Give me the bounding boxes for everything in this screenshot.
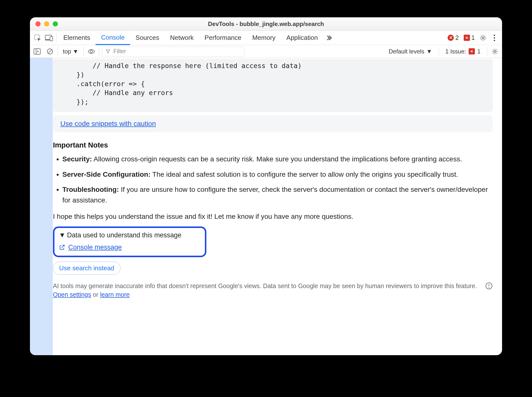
svg-point-4 xyxy=(482,37,484,39)
devtools-window: DevTools - bubble_jingle.web.app/search … xyxy=(30,17,502,355)
errors-indicator[interactable]: ✕ 2 xyxy=(448,34,459,41)
chevron-down-icon: ▼ xyxy=(73,48,78,55)
chevron-down-icon: ▼ xyxy=(426,48,432,55)
traffic-lights xyxy=(35,21,58,26)
svg-point-5 xyxy=(494,34,495,36)
caution-box: Use code snippets with caution xyxy=(53,115,493,132)
warning-icon[interactable] xyxy=(485,282,493,290)
settings-icon[interactable] xyxy=(477,32,489,44)
console-settings-icon[interactable] xyxy=(490,46,500,57)
data-used-disclosure: ▼ Data used to understand this message C… xyxy=(53,226,206,257)
tab-memory[interactable]: Memory xyxy=(247,31,281,45)
svg-point-6 xyxy=(494,37,495,39)
svg-point-16 xyxy=(488,287,489,288)
log-levels-selector[interactable]: Default levels ▼ xyxy=(385,48,436,55)
list-item: Server-Side Configuration: The ideal and… xyxy=(62,169,493,180)
open-settings-link[interactable]: Open settings xyxy=(53,291,91,298)
toolbar-issues-count: 1 xyxy=(477,48,481,55)
inspect-element-icon[interactable] xyxy=(32,32,43,44)
console-toolbar: top ▼ Filter Default levels ▼ 1 Issue: ✕… xyxy=(30,45,502,58)
tab-elements[interactable]: Elements xyxy=(58,31,96,45)
tab-application[interactable]: Application xyxy=(281,31,323,45)
minimize-window-button[interactable] xyxy=(44,21,49,26)
disclosure-summary-text: Data used to understand this message xyxy=(67,231,181,239)
svg-line-11 xyxy=(48,50,52,53)
tab-performance[interactable]: Performance xyxy=(199,31,247,45)
console-content: // Handle the response here (limited acc… xyxy=(30,58,502,355)
disclosure-summary[interactable]: ▼ Data used to understand this message xyxy=(59,231,200,239)
issue-flag-icon: ✕ xyxy=(464,35,470,41)
filter-icon xyxy=(105,49,110,54)
panel-tabs: Elements Console Sources Network Perform… xyxy=(30,31,502,45)
close-window-button[interactable] xyxy=(35,21,41,26)
notes-list: Security: Allowing cross-origin requests… xyxy=(53,154,493,206)
error-icon: ✕ xyxy=(448,35,454,41)
list-item: Troubleshooting: If you are unsure how t… xyxy=(62,184,493,206)
live-expression-icon[interactable] xyxy=(86,46,97,57)
clear-console-icon[interactable] xyxy=(45,46,55,57)
triangle-down-icon: ▼ xyxy=(59,231,66,239)
console-message-link[interactable]: Console message xyxy=(68,244,122,251)
window-title: DevTools - bubble_jingle.web.app/search xyxy=(30,21,502,27)
learn-more-link[interactable]: learn more xyxy=(100,291,130,298)
tab-network[interactable]: Network xyxy=(165,31,199,45)
toolbar-issues-label: 1 Issue: xyxy=(445,48,466,55)
issue-flag-icon: ✕ xyxy=(469,48,475,54)
device-toolbar-icon[interactable] xyxy=(43,32,55,44)
errors-count: 2 xyxy=(455,34,459,41)
filter-placeholder: Filter xyxy=(113,48,126,55)
kebab-menu-icon[interactable] xyxy=(489,32,500,44)
ai-disclaimer: AI tools may generate inaccurate info th… xyxy=(53,281,493,303)
more-tabs-icon[interactable] xyxy=(323,32,335,44)
issues-count: 1 xyxy=(471,34,475,41)
list-item: Security: Allowing cross-origin requests… xyxy=(62,154,493,164)
svg-point-7 xyxy=(494,40,495,41)
context-label: top xyxy=(63,48,71,55)
issues-indicator[interactable]: ✕ 1 xyxy=(464,34,475,41)
titlebar: DevTools - bubble_jingle.web.app/search xyxy=(30,17,502,31)
use-search-instead-button[interactable]: Use search instead xyxy=(53,262,121,275)
notes-heading: Important Notes xyxy=(53,141,493,149)
filter-input[interactable]: Filter xyxy=(102,47,244,56)
open-in-new-icon xyxy=(59,244,65,250)
disclaimer-text: AI tools may generate inaccurate info th… xyxy=(53,282,477,289)
tab-console[interactable]: Console xyxy=(96,31,130,45)
closing-text: I hope this helps you understand the iss… xyxy=(53,213,493,221)
tab-sources[interactable]: Sources xyxy=(130,31,165,45)
svg-rect-3 xyxy=(50,37,53,41)
context-selector[interactable]: top ▼ xyxy=(60,48,81,55)
sidebar-toggle-icon[interactable] xyxy=(32,46,42,57)
maximize-window-button[interactable] xyxy=(53,21,58,26)
svg-rect-8 xyxy=(34,49,40,54)
svg-point-12 xyxy=(90,50,93,53)
toolbar-issues[interactable]: 1 Issue: ✕ 1 xyxy=(441,48,484,55)
svg-point-13 xyxy=(494,50,496,52)
code-snippet: // Handle the response here (limited acc… xyxy=(53,59,493,112)
caution-link[interactable]: Use code snippets with caution xyxy=(60,120,156,127)
log-levels-label: Default levels xyxy=(389,48,424,55)
selection-gutter xyxy=(30,58,53,355)
